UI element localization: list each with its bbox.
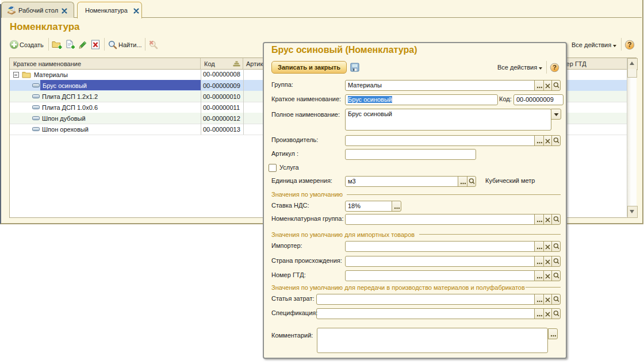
svg-text:?: ? — [553, 64, 557, 71]
svg-text:?: ? — [627, 41, 631, 49]
